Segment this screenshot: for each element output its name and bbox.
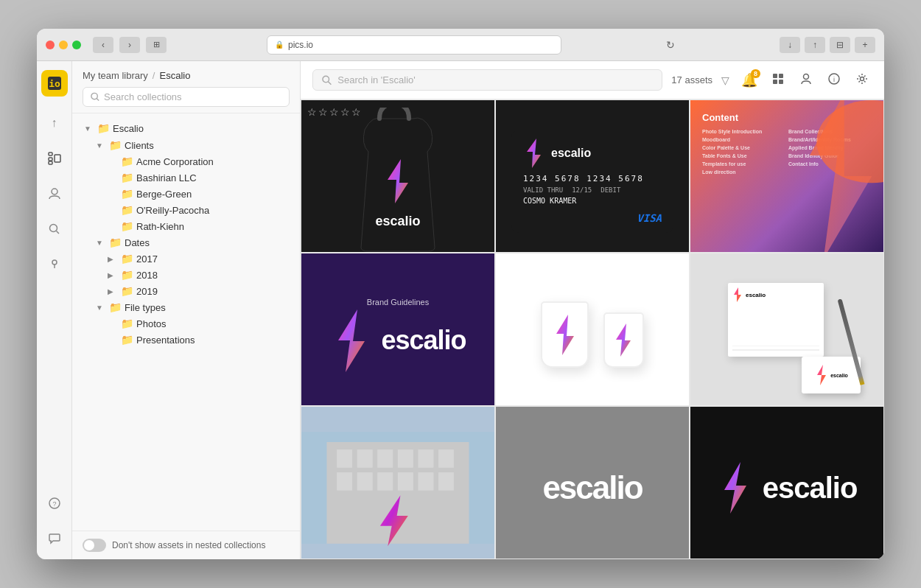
black-logo-image: escalio <box>690 407 883 559</box>
cups-image <box>496 253 689 405</box>
tree-label-filetypes: File types <box>125 302 288 313</box>
tree-more-btn[interactable]: ⋯ <box>275 122 288 135</box>
sidebar-item-search[interactable] <box>43 217 66 241</box>
tree-item-presentations[interactable]: 📁 Presentations <box>102 332 294 348</box>
asset-count: 17 assets <box>671 74 712 85</box>
tree-item-escalio[interactable]: ▼ 📁 Escalio ↑ + 🌐 ⋯ <box>78 119 294 137</box>
user-button[interactable] <box>796 70 816 91</box>
sidebar-footer: Don't show assets in nested collections <box>72 531 300 559</box>
tree-item-2019[interactable]: ▶ 📁 2019 <box>102 283 294 299</box>
app-body: io ↑ <box>37 61 884 559</box>
svg-rect-30 <box>357 449 373 467</box>
asset-tote-bag[interactable]: ☆ ☆ ☆ ☆ ☆ <box>301 100 494 252</box>
tree-label-clients: Clients <box>125 140 288 151</box>
tree-item-rath[interactable]: 📁 Rath-Kiehn <box>102 218 294 234</box>
card-expiry: 12/15 <box>572 186 592 194</box>
tree-item-oreilly[interactable]: 📁 O'Reilly-Pacocha <box>102 202 294 218</box>
nested-toggle-label: Don't show assets in nested collections <box>112 540 265 550</box>
svg-rect-32 <box>398 449 413 467</box>
sidebar-item-hierarchy[interactable] <box>43 147 66 170</box>
asset-search-input[interactable] <box>337 74 653 85</box>
info-button[interactable]: i <box>824 70 844 91</box>
search-collections-input[interactable] <box>104 91 281 102</box>
add-tab-button[interactable]: + <box>855 37 875 53</box>
reload-button[interactable]: ↻ <box>662 38 679 52</box>
black-logo-bolt-icon <box>717 462 754 514</box>
traffic-lights <box>46 41 81 49</box>
svg-point-6 <box>52 189 57 195</box>
tree-item-dates[interactable]: ▼ 📁 Dates <box>90 234 294 251</box>
tree-label-acme: Acme Corporation <box>136 156 288 167</box>
svg-rect-38 <box>398 472 413 490</box>
card-details: VALID THRU 12/15 DEBIT <box>523 186 662 194</box>
folder-photos-icon: 📁 <box>121 318 133 329</box>
sidebar-item-upload[interactable]: ↑ <box>43 111 66 135</box>
svg-rect-3 <box>49 158 52 161</box>
tree-item-2017[interactable]: ▶ 📁 2017 <box>102 251 294 267</box>
filter-icon[interactable]: ▽ <box>721 74 729 86</box>
sidebar-item-avatar[interactable] <box>43 182 66 206</box>
business-card-1: escalio <box>802 357 861 393</box>
tree-children-escalio: ▼ 📁 Clients 📁 Acme Corporation <box>78 137 294 348</box>
asset-stationery[interactable]: escalio <box>690 253 883 405</box>
content-area: 17 assets ▽ 🔔 8 <box>301 61 884 559</box>
svg-point-21 <box>804 74 809 79</box>
white-logo-image: escalio <box>496 407 689 559</box>
cup-body-1 <box>541 301 589 368</box>
search-icon <box>91 92 99 102</box>
tree-globe-btn[interactable]: 🌐 <box>258 122 273 135</box>
svg-line-14 <box>97 98 99 100</box>
asset-brand-guidelines[interactable]: Brand Guidelines <box>301 253 494 405</box>
forward-button[interactable]: › <box>119 37 140 53</box>
tree-item-photos[interactable]: 📁 Photos <box>102 315 294 332</box>
tree-item-filetypes[interactable]: ▼ 📁 File types <box>90 299 294 315</box>
folder-2018-icon: 📁 <box>121 269 133 281</box>
info-icon: i <box>828 73 840 85</box>
tree-label-bashirian: Bashirian LLC <box>136 172 288 183</box>
minimize-button[interactable] <box>59 41 68 49</box>
asset-content-slide[interactable]: Content Photo Style Introduction Brand C… <box>690 100 883 252</box>
window-toggle-button[interactable]: ⊞ <box>146 37 167 53</box>
settings-button[interactable] <box>852 70 872 91</box>
chevron-down-icon: ▼ <box>96 141 106 150</box>
back-button[interactable]: ‹ <box>93 37 113 53</box>
search-bar-icon <box>322 75 332 85</box>
asset-credit-card[interactable]: escalio 1234 5678 1234 5678 VALID THRU 1… <box>496 100 689 252</box>
sidebar-item-comments[interactable] <box>43 527 66 550</box>
tree-item-clients[interactable]: ▼ 📁 Clients <box>90 137 294 153</box>
folder-berge-icon: 📁 <box>121 188 133 200</box>
asset-building[interactable] <box>301 407 494 559</box>
cup-2 <box>603 312 644 368</box>
folder-filetypes-icon: 📁 <box>109 301 122 313</box>
breadcrumb-library[interactable]: My team library <box>83 70 148 81</box>
app-logo[interactable]: io <box>41 70 68 97</box>
tree-item-2018[interactable]: ▶ 📁 2018 <box>102 267 294 283</box>
fullscreen-button[interactable] <box>72 41 81 49</box>
top-bar: 17 assets ▽ 🔔 8 <box>301 61 884 99</box>
chevron-2017-icon: ▶ <box>108 255 118 263</box>
tree-add-btn[interactable]: + <box>247 122 256 135</box>
tree-children-dates: ▶ 📁 2017 ▶ 📁 2018 ▶ 📁 <box>90 251 294 299</box>
notification-button[interactable]: 🔔 8 <box>738 69 760 91</box>
tree-item-acme[interactable]: 📁 Acme Corporation <box>102 153 294 169</box>
download-button[interactable]: ↓ <box>780 37 800 53</box>
asset-cups[interactable] <box>496 253 689 405</box>
tree-upload-btn[interactable]: ↑ <box>237 122 245 135</box>
sidebar-item-insights[interactable] <box>43 253 66 276</box>
folder-bashirian-icon: 📁 <box>121 172 133 183</box>
tree-item-berge[interactable]: 📁 Berge-Green <box>102 186 294 202</box>
close-button[interactable] <box>46 41 55 49</box>
building-image <box>301 407 494 559</box>
sidebar-item-help[interactable]: ? <box>43 491 66 515</box>
folder-icon: 📁 <box>97 122 110 134</box>
nested-toggle[interactable] <box>83 539 106 552</box>
settings-icon <box>856 73 868 85</box>
asset-black-logo[interactable]: escalio <box>690 407 883 559</box>
arrange-button[interactable]: ⊟ <box>830 37 850 53</box>
paper-back: escalio <box>728 283 824 357</box>
asset-white-logo[interactable]: escalio <box>496 407 689 559</box>
share-button[interactable]: ↑ <box>805 37 825 53</box>
tree-item-bashirian[interactable]: 📁 Bashirian LLC <box>102 169 294 186</box>
grid-view-button[interactable] <box>768 70 788 91</box>
star-rating: ☆ ☆ ☆ ☆ ☆ <box>307 106 361 118</box>
